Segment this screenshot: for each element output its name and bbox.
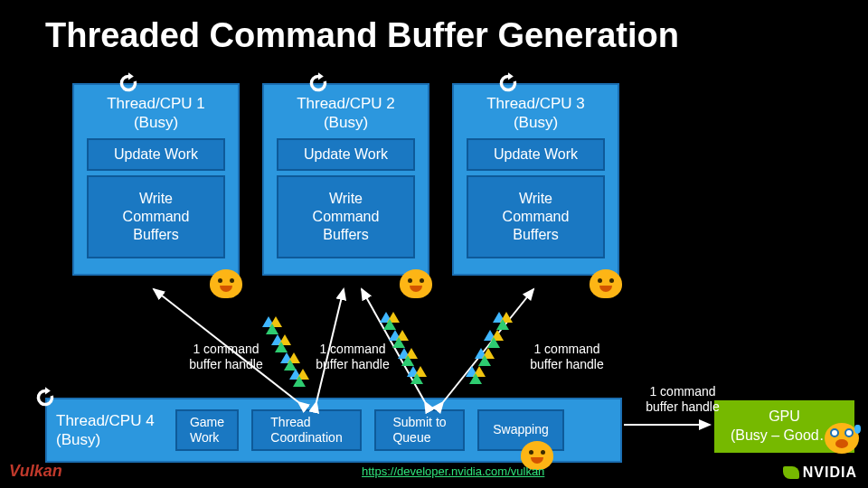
thread-2-update: Update Work	[277, 138, 415, 171]
svg-marker-19	[383, 319, 396, 330]
svg-marker-31	[496, 319, 509, 330]
svg-marker-35	[475, 348, 487, 359]
thread-box-2: Thread/CPU 2(Busy) Update Work WriteComm…	[262, 83, 429, 276]
nvidia-logo-text: NVIDIA	[803, 465, 857, 481]
label-cb-3: 1 commandbuffer handle	[517, 342, 617, 372]
svg-marker-20	[389, 330, 401, 341]
svg-marker-38	[466, 366, 478, 377]
svg-marker-27	[414, 366, 427, 377]
thread-3-write: WriteCommandBuffers	[467, 175, 605, 258]
nvidia-logo: NVIDIA	[783, 465, 857, 481]
thread-box-3: Thread/CPU 3(Busy) Update Work WriteComm…	[452, 83, 619, 276]
thread-1-update: Update Work	[87, 138, 225, 171]
spin-icon	[306, 70, 331, 96]
svg-marker-5	[262, 316, 275, 327]
face-happy-icon	[590, 269, 622, 298]
face-happy-icon	[210, 269, 242, 298]
svg-marker-23	[398, 348, 410, 359]
svg-marker-16	[293, 376, 306, 387]
svg-marker-25	[401, 355, 414, 366]
svg-marker-33	[491, 330, 504, 341]
svg-marker-9	[278, 334, 291, 345]
vulkan-logo: Vulkan	[9, 462, 62, 481]
svg-marker-13	[284, 360, 297, 371]
svg-marker-29	[493, 312, 505, 323]
face-shock-icon	[825, 423, 859, 454]
svg-marker-14	[289, 369, 302, 380]
thread-4-header: Thread/CPU 4(Busy)	[54, 411, 165, 450]
spin-icon	[495, 70, 521, 96]
thread-2-header: Thread/CPU 2(Busy)	[275, 94, 417, 133]
face-happy-icon	[400, 269, 432, 298]
source-link[interactable]: https://developer.nvidia.com/vulkan	[362, 465, 544, 478]
svg-marker-24	[405, 348, 418, 359]
thread-box-1: Thread/CPU 1(Busy) Update Work WriteComm…	[72, 83, 240, 276]
svg-marker-10	[275, 342, 288, 352]
thread-1-write: WriteCommandBuffers	[87, 175, 225, 258]
svg-marker-12	[288, 352, 300, 363]
thread-3-update: Update Work	[467, 138, 605, 171]
svg-marker-11	[280, 352, 293, 363]
svg-marker-40	[469, 373, 482, 384]
spin-icon	[116, 70, 141, 96]
svg-marker-28	[410, 373, 423, 384]
svg-marker-39	[473, 366, 486, 377]
spin-icon	[33, 385, 58, 410]
thread-3-header: Thread/CPU 3(Busy)	[465, 94, 607, 133]
svg-marker-26	[407, 366, 420, 377]
thread-4-swapping: Swapping	[477, 409, 564, 451]
page-title: Threaded Command Buffer Generation	[45, 16, 679, 55]
thread-4-submit-queue: Submit toQueue	[374, 409, 465, 451]
svg-marker-18	[387, 312, 400, 323]
svg-marker-30	[500, 312, 513, 323]
svg-marker-36	[482, 348, 495, 359]
label-cb-4: 1 commandbuffer handle	[633, 384, 732, 415]
svg-marker-32	[484, 330, 496, 341]
svg-marker-34	[487, 337, 500, 348]
svg-marker-17	[380, 312, 392, 323]
thread-1-header: Thread/CPU 1(Busy)	[85, 94, 227, 133]
svg-marker-6	[269, 316, 282, 327]
svg-marker-21	[396, 330, 409, 341]
thread-2-write: WriteCommandBuffers	[277, 175, 415, 258]
svg-marker-37	[478, 355, 491, 366]
svg-marker-8	[271, 334, 284, 345]
thread-4-thread-coord: ThreadCoordination	[251, 409, 362, 451]
thread-4-game-work: GameWork	[175, 409, 239, 451]
nvidia-eye-icon	[783, 466, 799, 479]
label-cb-2: 1 commandbuffer handle	[307, 342, 398, 372]
svg-marker-7	[266, 324, 278, 334]
label-cb-1: 1 commandbuffer handle	[181, 342, 271, 372]
